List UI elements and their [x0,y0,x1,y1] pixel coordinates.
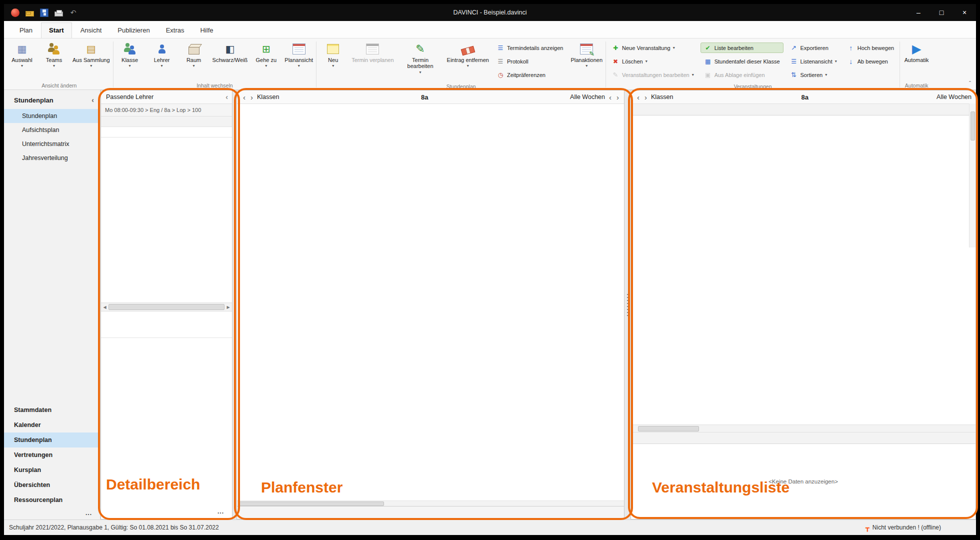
termindetails-anzeigen-button[interactable]: ☰Termindetails anzeigen [493,42,567,53]
sidebar-item-aufsichtsplan[interactable]: Aufsichtsplan [4,123,100,137]
filter-checkbox-list [101,312,232,316]
lehrer-button[interactable]: Lehrer▾ [146,40,178,82]
scroll-thumb[interactable] [238,502,384,506]
open-document-icon[interactable] [26,11,34,16]
automatik-button[interactable]: ▶Automatik [900,40,932,82]
sidebar-module-kalender[interactable]: Kalender [4,418,100,432]
minimize-button[interactable]: – [907,4,930,21]
tab-plan[interactable]: Plan [12,23,40,38]
new-icon [326,42,340,56]
auswahl-button[interactable]: ▦Auswahl▾ [6,40,38,82]
tab-ansicht[interactable]: Ansicht [73,23,110,38]
events-prev-button[interactable]: ‹ [636,94,640,101]
button-label: Zeitpräferenzen [507,72,546,78]
panel-splitter[interactable] [232,90,236,520]
events-hscrollbar[interactable] [631,424,976,432]
veranstaltungen-bearbeiten-button[interactable]: ✎Veranstaltungen bearbeiten▾ [608,70,698,80]
sidebar-item-stundenplan[interactable]: Stundenplan [4,109,100,123]
sortieren-button[interactable]: ⇅Sortieren▾ [786,70,840,80]
liste-bearbeiten-button[interactable]: ✔Liste bearbeiten [700,42,784,53]
aus-sammlung-button[interactable]: ▤Aus Sammlung▾ [70,40,112,82]
davinci-logo-icon[interactable] [11,8,20,17]
detail-more-button[interactable]: ... [101,508,232,519]
events-vscrollbar[interactable] [969,104,976,248]
event-table-header [631,104,976,116]
sidebar-module-uebersichten[interactable]: Übersichten [4,478,100,492]
sidebar-item-jahresverteilung[interactable]: Jahresverteilung [4,151,100,165]
teams-button[interactable]: Teams▾ [38,40,70,82]
tab-extras[interactable]: Extras [158,23,192,38]
chevron-down-icon: ▾ [90,64,92,68]
neue-veranstaltung-button[interactable]: ✚Neue Veranstaltung▾ [608,42,698,53]
scroll-right-icon[interactable]: ▶ [224,305,232,310]
button-label: Sortieren [800,72,823,78]
termin-verplanen-button[interactable]: Termin verplanen [349,40,396,83]
teacher-table-row[interactable] [101,127,232,138]
sidebar-module-ressourcenplan[interactable]: Ressourcenplan [4,492,100,508]
panel-splitter[interactable] [624,90,630,520]
exportieren-button[interactable]: ↗Exportieren [786,42,840,53]
raum-button[interactable]: Raum▾ [178,40,210,82]
ribbon-collapse-icon[interactable]: ˆ [969,80,971,88]
sidebar-more-button[interactable]: ... [4,508,100,520]
sidebar-module-kursplan[interactable]: Kursplan [4,462,100,478]
undo-icon[interactable]: ↶ [69,8,78,17]
protokoll-button[interactable]: ☰Protokoll [493,56,567,66]
termin-bearbeiten-button[interactable]: ✎Termin bearbeiten▾ [396,40,444,83]
tab-hilfe[interactable]: Hilfe [192,23,220,38]
neu-button[interactable]: Neu▾ [317,40,349,83]
close-button[interactable]: × [953,4,976,21]
detail-hscrollbar[interactable]: ◀ ▶ [101,302,232,312]
listenansicht-button[interactable]: ☰Listenansicht▾ [786,56,840,66]
icon: ☰ [498,45,504,51]
sidebar-collapse-icon[interactable]: ‹ [92,96,94,104]
listview-icon: ☰ [790,58,798,65]
events-next-button[interactable]: › [644,94,648,101]
sidebar-module-stundenplan[interactable]: Stundenplan [4,432,100,448]
planactions-icon: ✎ [579,42,594,56]
save-icon[interactable] [40,8,48,17]
scroll-thumb[interactable] [108,304,224,310]
detail-collapse-icon[interactable]: ‹ [226,93,228,101]
icon: ✎ [613,72,618,78]
tab-publizieren[interactable]: Publizieren [110,23,157,38]
offline-plug-icon: ┳ [866,524,870,532]
eintrag-entfernen-button[interactable]: Eintrag entfernen▾ [444,40,492,83]
scroll-left-icon[interactable]: ◀ [101,305,108,310]
tab-start[interactable]: Start [41,22,72,38]
button-label: Hoch bewegen [858,45,894,51]
planansicht-button[interactable]: Planansicht▾ [282,40,316,82]
icon: ⊞ [262,44,270,54]
loeschen-button[interactable]: ✖Löschen▾ [608,56,698,66]
button-label: Schwarz/Weiß [212,57,248,63]
aus-ablage-einfuegen-button[interactable]: ▣Aus Ablage einfügen [700,70,784,80]
schwarz-weiss-button[interactable]: ◧Schwarz/Weiß [210,40,250,82]
chevron-down-icon: ▾ [193,64,195,68]
hoch-bewegen-button[interactable]: ↑Hoch bewegen [844,42,898,53]
ribbon-tab-bar: PlanStartAnsichtPublizierenExtrasHilfe [4,21,976,38]
planaktionen-button[interactable]: ✎Planaktionen▾ [568,40,605,83]
scroll-thumb[interactable] [638,426,699,432]
chevron-down-icon: ▾ [161,64,163,68]
ab-bewegen-button[interactable]: ↓Ab bewegen [844,56,898,66]
plan-prev-button[interactable]: ‹ [242,94,246,101]
stundentafel-dieser-klasse-button[interactable]: ▦Stundentafel dieser Klasse [700,56,784,66]
sidebar-module-vertretungen[interactable]: Vertretungen [4,448,100,462]
maximize-button[interactable]: □ [930,4,953,21]
detail-section-list [101,338,232,338]
icon: ▦ [705,58,710,64]
sidebar-item-unterrichtsmatrix[interactable]: Unterrichtsmatrix [4,137,100,151]
plan-week-prev-button[interactable]: ‹ [608,94,612,101]
plan-week-next-button[interactable]: › [616,94,620,101]
zeitpraeferenzen-button[interactable]: ◷Zeitpräferenzen [493,70,567,80]
ribbon-group-automatik: ▶AutomatikAutomatik [900,40,932,90]
plan-hscrollbar[interactable] [237,500,624,506]
bw-icon: ◧ [222,42,238,56]
sidebar-module-stammdaten[interactable]: Stammdaten [4,402,100,418]
print-icon[interactable] [54,12,63,16]
chevron-down-icon: ▾ [673,46,675,50]
klasse-button[interactable]: Klasse▾ [114,40,146,82]
app-window: ↶ DAVINCI - Beispiel.davinci – □ × PlanS… [4,4,976,535]
gehe-zu-button[interactable]: ⊞Gehe zu▾ [250,40,282,82]
plan-next-button[interactable]: › [250,94,254,101]
